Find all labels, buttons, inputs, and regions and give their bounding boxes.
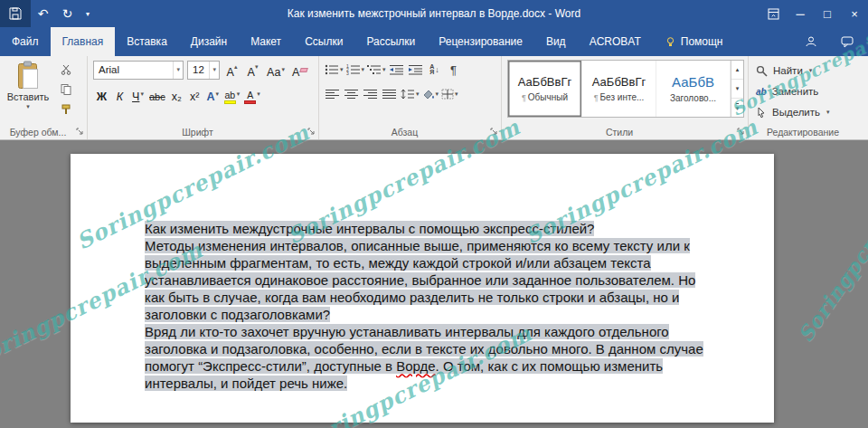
italic-button[interactable]: К <box>111 84 128 104</box>
font-name-combo[interactable]: Arial ▾ <box>93 61 184 80</box>
pilcrow-icon: ¶ <box>450 63 457 77</box>
shrink-font-button[interactable]: А▾ <box>244 60 261 80</box>
close-button[interactable]: × <box>841 0 868 27</box>
tab-home[interactable]: Главная <box>51 27 116 56</box>
gallery-scroll-down-icon[interactable]: ▾ <box>731 79 743 98</box>
title-bar: ↶ ↻ ▾ Как изменить межстрочный интервал … <box>0 0 868 27</box>
select-button[interactable]: Выделить ▾ <box>756 103 830 121</box>
document-line[interactable]: устанавливается одинаковое расстояние, в… <box>145 271 703 289</box>
document-line[interactable]: Вряд ли кто-то захочет вручную устанавли… <box>145 323 703 340</box>
save-button[interactable] <box>0 0 31 27</box>
replace-button[interactable]: ab Заменить <box>756 82 818 100</box>
justify-button[interactable] <box>382 84 398 104</box>
font-color-icon: А <box>244 90 256 105</box>
qat-customize-button[interactable]: ▾ <box>80 0 96 27</box>
font-size-combo[interactable]: 12 ▾ <box>187 61 220 80</box>
underline-button[interactable]: Ч▾ <box>129 84 146 104</box>
document-page[interactable]: Как изменить междустрочные интервалы с п… <box>71 154 774 423</box>
dialog-launcher-icon[interactable] <box>736 127 747 138</box>
text-run: . О том, как с их помощью изменить <box>436 358 664 374</box>
paste-button[interactable]: Вставить ▾ <box>6 61 50 122</box>
tab-view[interactable]: Вид <box>534 27 578 56</box>
redo-button[interactable]: ↻ <box>55 0 80 27</box>
align-left-button[interactable] <box>325 84 341 104</box>
superscript-button[interactable]: x² <box>186 84 203 104</box>
tab-assistant[interactable]: Помощн <box>653 27 735 56</box>
undo-button[interactable]: ↶ <box>31 0 55 27</box>
document-line[interactable]: заголовки с подзаголовками? <box>145 306 703 323</box>
tab-file[interactable]: Файл <box>0 27 51 56</box>
change-case-button[interactable]: Аа▾ <box>265 60 287 80</box>
tab-insert[interactable]: Вставка <box>115 27 179 56</box>
cut-button[interactable] <box>54 62 78 78</box>
dialog-launcher-icon[interactable] <box>307 127 317 138</box>
align-right-button[interactable] <box>363 84 379 104</box>
save-icon <box>9 7 22 20</box>
style-preview: АаБбВ <box>672 74 714 90</box>
format-painter-button[interactable] <box>54 101 78 118</box>
chevron-down-icon: ▾ <box>436 90 439 98</box>
document-line[interactable]: Методы изменения интервалов, описанные в… <box>145 237 703 254</box>
tab-mailings[interactable]: Рассылки <box>354 27 427 56</box>
undo-icon: ↶ <box>38 6 49 21</box>
paragraph-group: ▾ 123 ▾ ▾ АЯ ↓ <box>319 56 502 139</box>
style-card-normal[interactable]: АаБбВвГг ¶Обычный <box>508 61 582 117</box>
maximize-button[interactable]: □ <box>814 0 841 27</box>
dialog-launcher-icon[interactable] <box>75 127 86 138</box>
document-line[interactable]: выделенным фрагментам, то есть, между ка… <box>145 254 703 271</box>
increase-indent-button[interactable] <box>408 60 424 80</box>
maximize-icon: □ <box>824 7 831 21</box>
font-color-button[interactable]: А ▾ <box>242 84 262 104</box>
chevron-down-icon: ▾ <box>809 67 813 74</box>
line-spacing-button[interactable]: ▾ <box>401 84 420 104</box>
minimize-button[interactable]: ─ <box>787 0 814 27</box>
multilevel-list-button[interactable]: ▾ <box>367 60 386 80</box>
cursor-pointer-icon <box>756 107 767 119</box>
user-icon[interactable] <box>805 35 817 48</box>
document-line[interactable]: как быть в случае, когда вам необходимо … <box>145 289 703 306</box>
subscript-button[interactable]: x₂ <box>168 84 185 104</box>
font-size-value: 12 <box>193 64 204 75</box>
numbering-button[interactable]: 123 ▾ <box>346 60 365 80</box>
tab-layout[interactable]: Макет <box>239 27 293 56</box>
style-name: Без инте... <box>600 92 645 102</box>
chevron-down-icon: ▾ <box>416 90 420 98</box>
bold-button[interactable]: Ж <box>93 84 110 104</box>
clear-formatting-button[interactable]: А <box>290 60 309 80</box>
window-controls: ─ □ × <box>760 0 868 27</box>
shading-button[interactable]: ▾ <box>422 84 439 104</box>
font-group: Arial ▾ 12 ▾ А▴ А▾ Аа▾ А Ж К Ч▾ abc x₂ x… <box>88 56 319 139</box>
minimize-icon: ─ <box>796 7 804 21</box>
find-button[interactable]: Найти ▾ <box>756 62 812 80</box>
highlight-icon: ab <box>224 90 236 105</box>
strikethrough-button[interactable]: abc <box>147 84 167 104</box>
text-effects-letter: А <box>206 90 214 104</box>
ribbon-display-options-button[interactable] <box>760 0 787 27</box>
document-line[interactable]: интервалы, и пойдет речь ниже. <box>145 375 703 392</box>
text-effects-button[interactable]: А▾ <box>204 84 222 104</box>
show-formatting-marks-button[interactable]: ¶ <box>446 60 462 80</box>
document-line[interactable]: заголовка и подзаголовка, особенно, если… <box>145 340 703 357</box>
sort-button[interactable]: АЯ ↓ <box>427 60 443 80</box>
decrease-indent-button[interactable] <box>389 60 405 80</box>
tab-references[interactable]: Ссылки <box>293 27 354 56</box>
chevron-down-icon: ▾ <box>340 66 344 73</box>
copy-button[interactable] <box>54 81 78 98</box>
tab-design[interactable]: Дизайн <box>179 27 239 56</box>
style-card-heading[interactable]: АаБбВ Заголово... <box>656 61 731 117</box>
dialog-launcher-icon[interactable] <box>489 127 500 138</box>
grow-font-button[interactable]: А▴ <box>223 60 241 80</box>
document-line[interactable]: помогут “Экспресс-стили”, доступные в Во… <box>145 357 703 375</box>
style-card-no-spacing[interactable]: АаБбВвГг ¶Без инте... <box>582 61 656 117</box>
text-highlight-button[interactable]: ab ▾ <box>222 84 242 104</box>
bullets-button[interactable]: ▾ <box>325 60 344 80</box>
tab-review[interactable]: Рецензирование <box>427 27 534 56</box>
document-line[interactable]: Как изменить междустрочные интервалы с п… <box>145 220 703 237</box>
feedback-icon[interactable] <box>841 36 854 48</box>
align-center-button[interactable] <box>344 84 360 104</box>
borders-button[interactable]: ▾ <box>441 84 458 104</box>
word-window: ↶ ↻ ▾ Как изменить межстрочный интервал … <box>0 0 868 428</box>
tab-acrobat[interactable]: ACROBAT <box>578 27 653 56</box>
gallery-more-icon[interactable]: ▾ <box>731 98 743 117</box>
gallery-scroll-up-icon[interactable]: ▴ <box>731 61 743 79</box>
